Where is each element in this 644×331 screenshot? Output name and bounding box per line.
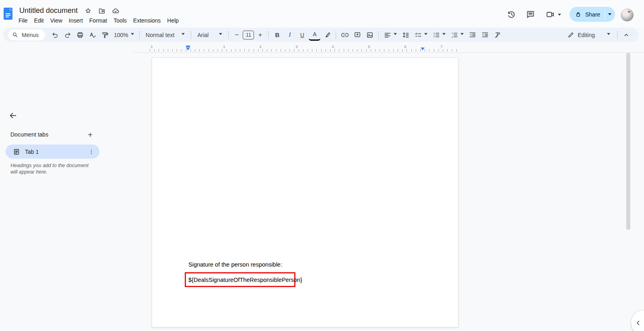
expand-side-panel-button[interactable] [631,310,644,331]
increase-font-size-button[interactable]: + [255,29,265,41]
highlight-color-button[interactable] [321,29,333,41]
bold-button[interactable]: B [271,29,283,41]
tab-label: Tab 1 [25,149,87,155]
toolbar-divider [378,31,379,39]
bulleted-list-button[interactable] [430,29,448,41]
font-family-value: Arial [197,32,208,38]
align-button[interactable] [382,29,399,41]
tab-item-tab1[interactable]: Tab 1 [6,145,99,159]
zoom-select[interactable]: 100% [111,29,136,41]
paragraph-style-value: Normal text [146,32,175,38]
right-indent-marker[interactable] [421,48,425,52]
undo-button[interactable] [49,29,61,41]
svg-text:1: 1 [452,31,453,34]
editing-mode-label: Editing [578,32,595,38]
paragraph-text[interactable]: Signature of the person responsible: [188,261,282,268]
share-dropdown-caret[interactable] [608,13,611,17]
italic-button[interactable]: I [284,29,295,41]
checklist-button[interactable] [412,29,429,41]
toolbar-divider [617,31,617,39]
hide-menus-button[interactable] [620,29,632,41]
decrease-indent-button[interactable] [466,29,478,41]
merge-field-highlight-box[interactable]: ${DealsSignatureOfTheResponsiblePerson} [185,272,295,287]
toolbar-divider [336,31,336,39]
print-button[interactable] [74,29,86,41]
toolbar-divider [228,31,229,39]
spell-check-button[interactable] [87,29,98,41]
document-tabs-title: Document tabs [10,131,48,138]
version-history-icon[interactable] [504,7,518,22]
share-button[interactable]: Share [570,7,615,22]
lock-icon [574,10,582,18]
svg-text:2: 2 [452,35,453,38]
search-menus-label: Menus [22,32,39,38]
avatar[interactable]: ❤ [621,8,634,21]
comments-icon[interactable] [523,7,538,22]
paragraph-style-select[interactable]: Normal text [142,29,188,41]
meet-dropdown-caret[interactable] [558,14,561,17]
headings-hint: Headings you add to the document will ap… [10,162,89,175]
meet-video-icon[interactable] [543,7,557,22]
merge-field-text[interactable]: ${DealsSignatureOfTheResponsiblePerson} [188,277,302,283]
chevron-left-icon [634,319,642,327]
font-family-select[interactable]: Arial [194,29,225,41]
left-indent-marker[interactable] [186,48,190,52]
text-color-button[interactable]: A [309,29,320,41]
document-tabs-sidebar: Document tabs + Tab 1 Headings you add t… [0,53,133,331]
first-line-indent-marker[interactable] [186,46,190,47]
zoom-value: 100% [114,32,128,38]
insert-link-button[interactable] [339,29,351,41]
ruler-ticks [150,49,459,52]
toolbar-divider [191,31,191,39]
ruler[interactable]: 1 1 2 3 4 5 6 7 [133,43,644,53]
google-docs-app: Untitled document File Edi [0,0,644,331]
share-label: Share [585,11,600,18]
paint-format-button[interactable] [99,29,111,41]
tab-options-icon[interactable] [87,147,96,157]
clear-formatting-button[interactable] [491,29,503,41]
add-tab-button[interactable]: + [83,128,97,142]
search-menus-button[interactable]: Menus [8,29,45,40]
insert-image-button[interactable] [364,29,376,41]
editing-mode-select[interactable]: Editing [563,29,614,41]
tab-document-icon [13,148,20,155]
pencil-icon [567,31,574,39]
back-button[interactable] [6,108,20,123]
underline-button[interactable]: U [296,29,308,41]
share-divider [605,9,605,19]
toolbar-divider [268,31,268,39]
font-size-input[interactable]: 11 [243,31,254,39]
decrease-font-size-button[interactable]: − [231,29,242,41]
numbered-list-button[interactable]: 1 2 [448,29,466,41]
search-icon [12,32,19,38]
line-spacing-button[interactable] [400,29,411,41]
header-actions: Share ❤ [0,0,644,27]
add-comment-button[interactable] [351,29,363,41]
redo-button[interactable] [62,29,73,41]
header: Untitled document File Edi [0,0,644,27]
toolbar: Menus 100% [3,28,638,42]
increase-indent-button[interactable] [479,29,491,41]
document-page[interactable]: Signature of the person responsible: ${D… [152,58,458,327]
vertical-scrollbar[interactable] [626,53,630,230]
toolbar-divider [139,31,140,39]
